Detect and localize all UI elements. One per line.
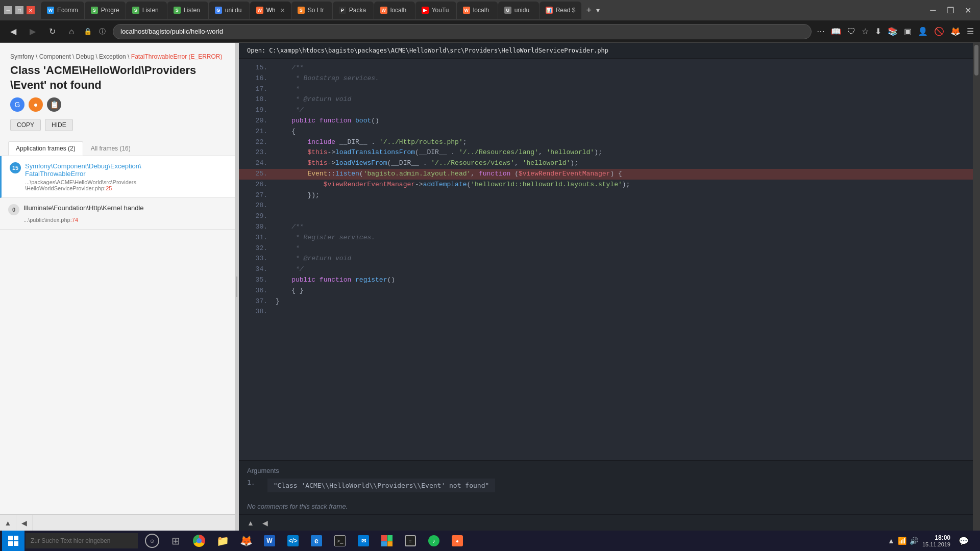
taskbar-search[interactable] <box>26 533 138 548</box>
frame-item-0[interactable]: 15 Symfony\Component\Debug\Exception\Fat… <box>0 156 235 198</box>
code-line-31: 31. * Register services. <box>239 233 973 243</box>
download-icon[interactable]: ⬇ <box>875 27 881 36</box>
firefox-taskbar-icon[interactable]: 🦊 <box>235 531 257 551</box>
error-title: Class 'ACME\HelloWorld\Providers \Event'… <box>10 63 225 92</box>
outlook-icon[interactable]: ✉ <box>352 531 375 551</box>
forward-button[interactable]: ▶ <box>26 24 40 39</box>
tab-unidu1[interactable]: G uni du <box>209 2 250 19</box>
reload-button[interactable]: ↻ <box>45 24 59 39</box>
tab-localh1[interactable]: W localh <box>374 2 415 19</box>
profile-icon[interactable]: 👤 <box>918 27 928 36</box>
library-icon[interactable]: 📚 <box>888 27 898 36</box>
code-container[interactable]: 15. /** 16. * Bootstrap services. 17. * … <box>239 59 973 460</box>
win-close[interactable]: ✕ <box>960 2 976 18</box>
word-icon[interactable]: W <box>258 531 281 551</box>
right-bottom-arrow-left[interactable]: ◀ <box>258 519 272 527</box>
maximize-button[interactable]: □ <box>15 6 23 14</box>
scrollbar-thumb <box>974 45 978 76</box>
right-bottom-arrow-up[interactable]: ▲ <box>243 519 258 527</box>
star-icon[interactable]: ☆ <box>862 27 869 36</box>
resize-handle[interactable] <box>235 43 239 531</box>
speaker-icon[interactable]: 🔊 <box>910 537 918 545</box>
code-line-24: 24. $this->loadViewsFrom(__DIR__ . '/../… <box>239 158 973 169</box>
chrome-icon[interactable] <box>188 531 210 551</box>
google-search-button[interactable]: G <box>10 97 24 112</box>
win-restore[interactable]: ❐ <box>942 2 959 18</box>
sidebar-icon[interactable]: ▣ <box>904 27 912 36</box>
start-button[interactable] <box>2 531 24 551</box>
docs-button[interactable]: 📋 <box>47 97 61 112</box>
task-view-icon[interactable]: ⊞ <box>164 531 187 551</box>
bookmark-icon[interactable]: ⋯ <box>817 27 825 36</box>
tab-so[interactable]: S So I tr <box>291 2 332 19</box>
clock-date: 15.11.2019 <box>922 541 950 547</box>
code-line-25: 25. Event::listen('bagisto.admin.layout.… <box>239 169 973 180</box>
shield-icon[interactable]: 🛡 <box>847 27 855 36</box>
tab-label-youtube: YouTu <box>432 7 449 14</box>
vscode-icon[interactable]: </> <box>282 531 304 551</box>
left-bottom-arrow-up[interactable]: ▲ <box>0 515 16 531</box>
stack-overflow-button[interactable]: ● <box>29 97 43 112</box>
tab-localh2[interactable]: W localh <box>457 2 498 19</box>
reading-list-icon[interactable]: 📖 <box>831 27 841 36</box>
no-script-icon[interactable]: 🚫 <box>934 27 944 36</box>
tab-listen1[interactable]: S Listen <box>126 2 167 19</box>
left-panel: Symfony \ Component \ Debug \ Exception … <box>0 43 235 531</box>
back-button[interactable]: ◀ <box>6 24 20 39</box>
tab-close-wh[interactable]: ✕ <box>280 7 285 14</box>
tab-listen2[interactable]: S Listen <box>167 2 208 19</box>
tab-packa[interactable]: P Packa <box>333 2 374 19</box>
file-explorer-icon[interactable]: 📁 <box>211 531 234 551</box>
code-line-35: 35. public function register() <box>239 275 973 286</box>
network-icon: 📶 <box>898 537 906 545</box>
tab-dropdown-button[interactable]: ▾ <box>596 6 600 14</box>
address-input[interactable] <box>113 24 812 39</box>
new-tab-button[interactable]: + <box>582 5 596 16</box>
minimize-button[interactable]: ─ <box>4 6 12 14</box>
tab-wh-active[interactable]: W Wh ✕ <box>250 2 291 19</box>
tab-label-unidu1: uni du <box>225 7 242 14</box>
close-button[interactable]: ✕ <box>27 6 35 14</box>
hide-button[interactable]: HIDE <box>45 119 73 131</box>
ie-icon[interactable]: e <box>305 531 328 551</box>
tab-all-frames[interactable]: All frames (16) <box>83 141 138 156</box>
win-minimize[interactable]: ─ <box>925 2 941 18</box>
tab-favicon-unidu1: G <box>215 7 222 14</box>
spotify-icon[interactable]: ♪ <box>423 531 445 551</box>
tab-favicon-progre: S <box>91 7 98 14</box>
scrollbar-right[interactable] <box>973 43 980 531</box>
code-line-32: 32. * <box>239 243 973 254</box>
firefox-icon[interactable]: 🦊 <box>950 27 961 36</box>
error-header: Symfony \ Component \ Debug \ Exception … <box>0 43 235 141</box>
dark-app-icon[interactable]: ≡ <box>399 531 422 551</box>
code-line-22: 22. include __DIR__ . '/../Http/routes.p… <box>239 137 973 148</box>
clock[interactable]: 18:00 15.11.2019 <box>922 534 950 547</box>
terminal-icon[interactable]: >_ <box>329 531 351 551</box>
clock-time: 18:00 <box>922 534 950 541</box>
code-line-30: 30. /** <box>239 222 973 233</box>
tab-read[interactable]: 📊 Read $ <box>540 2 582 19</box>
argument-value: "Class 'ACME\\HelloWorld\\Providers\\Eve… <box>267 479 496 492</box>
tab-app-frames[interactable]: Application frames (2) <box>8 141 83 156</box>
frame-item-1[interactable]: 0 Illuminate\Foundation\Http\Kernel hand… <box>0 198 235 230</box>
tab-youtube[interactable]: ▶ YouTu <box>415 2 456 19</box>
left-bottom-arrow-left[interactable]: ◀ <box>16 515 33 531</box>
windows-logo-icon <box>8 536 18 546</box>
tray-arrow[interactable]: ▲ <box>888 537 895 545</box>
no-comments: No comments for this stack frame. <box>239 498 973 514</box>
tab-progre[interactable]: S Progre <box>85 2 126 19</box>
task-view-button[interactable]: ⊙ <box>141 531 163 551</box>
copy-button[interactable]: COPY <box>10 119 41 131</box>
browser-titlebar: ─ □ ✕ W Ecomm S Progre S Listen S Listen… <box>0 0 980 20</box>
tab-label-read: Read $ <box>556 7 576 14</box>
tab-ecomm[interactable]: W Ecomm <box>41 2 84 19</box>
color-grid-icon[interactable] <box>376 531 398 551</box>
tab-label-ecomm: Ecomm <box>57 7 78 14</box>
home-button[interactable]: ⌂ <box>64 24 79 39</box>
code-line-16: 16. * Bootstrap services. <box>239 73 973 84</box>
notification-button[interactable]: 💬 <box>954 531 973 551</box>
menu-icon[interactable]: ☰ <box>967 27 974 36</box>
orange-app-icon[interactable]: ● <box>446 531 469 551</box>
tab-label-packa: Packa <box>349 7 366 14</box>
tab-unidu2[interactable]: U unidu <box>498 2 539 19</box>
